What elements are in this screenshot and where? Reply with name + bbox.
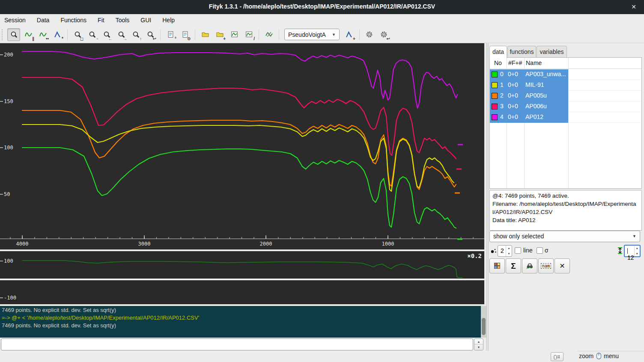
page-icon xyxy=(167,31,174,38)
zoom-all-button[interactable]: ◻ xyxy=(71,28,84,41)
dataset-row-0[interactable]: 0 0+0 AP003_unwa... xyxy=(490,69,568,80)
column-divider xyxy=(568,58,569,188)
spin-down-icon[interactable]: ▼ xyxy=(635,251,640,257)
execute-script-button[interactable]: ⚙ xyxy=(179,28,191,41)
col-name: Name xyxy=(526,59,542,66)
run-fit-button[interactable] xyxy=(363,28,376,41)
edit-script-button[interactable]: ° xyxy=(164,28,177,41)
toolbar-separator xyxy=(67,29,68,40)
scurve-icon xyxy=(265,31,273,38)
dataset-row-4[interactable]: 4 0+0 AP012 xyxy=(490,112,568,123)
icon-overlay: ↑ xyxy=(140,37,142,41)
dataset-row-1[interactable]: 1 0+0 MIL-91 xyxy=(490,80,568,91)
chevron-down-icon: ▼ xyxy=(632,231,636,242)
fityk-window: Fityk 1.3.1 - /home/aleplo/test/Desktop/… xyxy=(0,0,644,362)
mouse-config-button[interactable] xyxy=(551,352,564,361)
sigma-checkbox[interactable] xyxy=(537,247,543,254)
close-icon[interactable]: ✕ xyxy=(629,3,638,11)
save-session-as-button[interactable]: / xyxy=(242,28,255,41)
sum-datasets-button[interactable]: Σ xyxy=(506,258,521,273)
command-history-spinner[interactable]: ▲ ▼ xyxy=(474,338,483,350)
row-no: 2 xyxy=(500,92,504,99)
text-caret xyxy=(627,248,628,254)
baseline-mode-button[interactable]: •• xyxy=(36,28,49,41)
toolbar-separator xyxy=(279,29,279,40)
icon-overlay: / xyxy=(253,37,255,41)
menu-fit[interactable]: Fit xyxy=(98,17,104,24)
color-swatch[interactable] xyxy=(492,82,498,88)
undo-fit-button[interactable]: ↩ xyxy=(378,28,391,41)
zoom-vertical-button[interactable]: ↑ xyxy=(129,28,142,41)
row-f: 0+0 xyxy=(508,71,518,77)
menu-tools[interactable]: Tools xyxy=(116,17,130,24)
color-swatch[interactable] xyxy=(492,114,498,120)
zoom-previous-button[interactable]: ← xyxy=(100,28,113,41)
icon-overlay: ◻ xyxy=(80,37,83,41)
sidebar: data functions variables No #F+# Name 0 … xyxy=(489,43,644,351)
history-down-icon[interactable]: ▼ xyxy=(474,344,483,350)
auto-add-peak-button[interactable]: + xyxy=(343,28,356,41)
menu-session[interactable]: Session xyxy=(4,17,26,24)
rename-label: nam xyxy=(541,263,551,269)
dataset-row-2[interactable]: 2 0+0 AP005u xyxy=(490,91,568,101)
line-checkbox[interactable] xyxy=(515,247,521,254)
zoom-box-button[interactable]: ▫ xyxy=(86,28,98,41)
color-swatch[interactable] xyxy=(492,104,498,110)
row-name: AP006u xyxy=(525,103,547,110)
peak-icon xyxy=(54,31,61,38)
load-data-button[interactable] xyxy=(199,28,212,41)
menu-data[interactable]: Data xyxy=(37,17,50,24)
magnifier-icon xyxy=(10,31,18,38)
menu-help[interactable]: Help xyxy=(162,17,175,24)
row-f: 0+0 xyxy=(508,92,518,99)
shift-spinner[interactable]: 12 ▲▼ xyxy=(624,245,641,257)
add-peak-mode-button[interactable]: * xyxy=(51,28,64,41)
rename-dataset-button[interactable]: nam xyxy=(538,258,554,273)
undo-zoom-button[interactable]: ↩ xyxy=(144,28,157,41)
spin-up-icon[interactable]: ▲ xyxy=(635,246,640,251)
row-no: 0 xyxy=(500,71,504,77)
aux-plot-1[interactable]: 100 ×0.2 xyxy=(0,250,484,279)
save-session-button[interactable] xyxy=(228,28,241,41)
tab-data[interactable]: data xyxy=(489,46,507,58)
plot-style-controls: 2 ▲▼ line σ 12 ▲▼ xyxy=(489,245,644,258)
console-scrollbar[interactable] xyxy=(481,306,486,338)
icon-overlay: → xyxy=(123,37,127,41)
row-f: 0+0 xyxy=(508,103,518,110)
show-filter-dropdown[interactable]: show only selected ▼ xyxy=(489,231,640,242)
icon-overlay: + xyxy=(353,37,355,41)
scrollbar-thumb[interactable] xyxy=(482,318,486,335)
dataset-row-3[interactable]: 3 0+0 AP006u xyxy=(490,101,568,112)
aux-scale-label: ×0.2 xyxy=(467,252,482,259)
delete-dataset-button[interactable]: ✕ xyxy=(555,258,570,273)
aux-plot-2[interactable]: -100 xyxy=(0,279,484,304)
data-transform-button[interactable] xyxy=(262,28,275,41)
menu-functions[interactable]: Functions xyxy=(60,17,86,24)
toolbar-grip[interactable] xyxy=(2,29,5,40)
color-swatch[interactable] xyxy=(492,93,498,99)
chart-icon xyxy=(245,31,253,38)
data-editor-button[interactable] xyxy=(489,258,505,273)
color-swatch[interactable] xyxy=(492,71,498,77)
icon-overlay: * xyxy=(62,37,63,41)
svg-text:4000: 4000 xyxy=(16,241,29,247)
tab-variables[interactable]: variables xyxy=(537,46,567,57)
toolbar-separator xyxy=(195,29,195,40)
tab-functions[interactable]: functions xyxy=(507,46,536,57)
spin-up-icon[interactable]: ▲ xyxy=(506,246,512,251)
zoom-next-button[interactable]: → xyxy=(115,28,128,41)
load-data-custom-button[interactable]: + xyxy=(213,28,226,41)
menu-gui[interactable]: GUI xyxy=(140,17,151,24)
spin-down-icon[interactable]: ▼ xyxy=(506,251,512,257)
toolbar: ∥••*◻▫←→↑↩°⚙+/PseudoVoigtA▼+↩ xyxy=(0,26,644,43)
main-plot[interactable]: 200150100504000300020001000 xyxy=(0,43,484,249)
icon-overlay: ↩ xyxy=(387,37,390,41)
point-size-spinner[interactable]: 2 ▲▼ xyxy=(498,245,512,257)
examine-data-button[interactable] xyxy=(522,258,537,273)
command-input[interactable] xyxy=(1,338,473,350)
data-range-mode-button[interactable]: ∥ xyxy=(22,28,35,41)
gear-icon xyxy=(366,31,373,38)
function-type-selector[interactable]: PseudoVoigtA▼ xyxy=(284,29,340,40)
history-up-icon[interactable]: ▲ xyxy=(474,339,483,344)
zoom-mode-button[interactable] xyxy=(7,28,20,41)
